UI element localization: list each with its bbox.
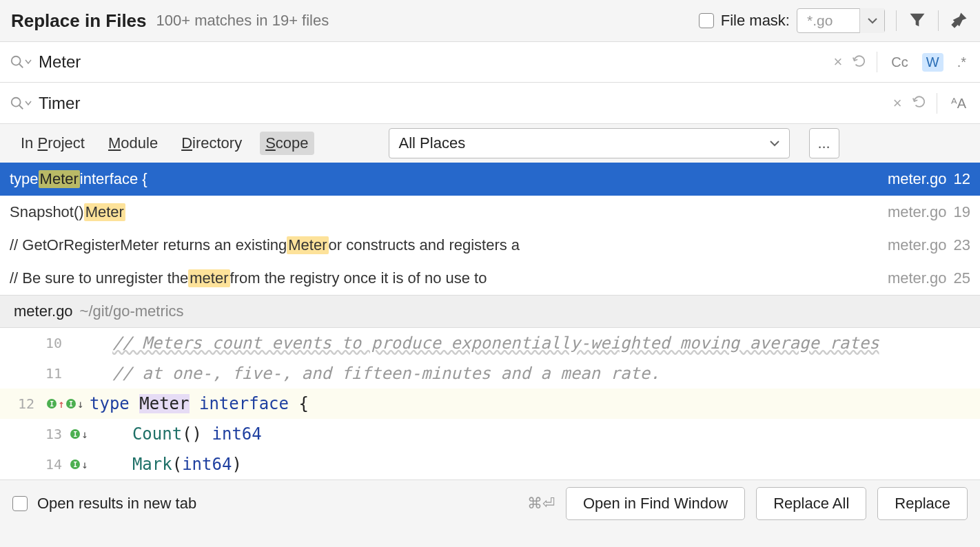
shortcut-hint: ⌘⏎ [527,495,555,513]
divider [938,10,939,31]
code-line: 13 I↓ Count() int64 [0,419,980,449]
code-line: 12 I↑ I↓ type Meter interface { [0,389,980,419]
replace-row: × ᴬA [0,83,980,124]
search-icon[interactable] [10,96,32,111]
file-mask-checkbox[interactable] [699,13,714,28]
svg-point-2 [12,97,21,106]
arrow-down-icon: ↓ [81,428,88,441]
filter-icon[interactable] [908,10,927,32]
code-line: 10 // Meters count events to produce exp… [0,328,980,358]
replace-input[interactable] [39,94,886,113]
clear-replace-icon[interactable]: × [893,94,902,112]
svg-point-0 [12,56,21,65]
arrow-down-icon: ↓ [77,398,84,411]
scope-tab-module[interactable]: Module [103,132,163,155]
match-highlight: Meter [287,236,328,254]
clear-search-icon[interactable]: × [833,53,842,71]
dialog-footer: Open results in new tab ⌘⏎ Open in Find … [0,479,980,526]
search-icon[interactable] [10,54,32,70]
file-mask-label: File mask: [721,12,790,30]
implemented-icon[interactable]: I [66,399,76,409]
scope-more-button[interactable]: ... [809,128,839,158]
code-preview[interactable]: 10 // Meters count events to produce exp… [0,328,980,479]
code-line: 14 I↓ Mark(int64) [0,449,980,479]
scope-tab-project[interactable]: In Project [15,132,90,155]
code-line: 11 // at one-, five-, and fifteen-minute… [0,358,980,389]
pin-icon[interactable] [950,10,969,32]
match-case-toggle[interactable]: Cc [887,53,912,72]
replace-all-button[interactable]: Replace All [756,487,866,520]
arrow-down-icon: ↓ [81,458,88,471]
svg-line-3 [19,105,23,109]
divider [877,52,877,72]
svg-line-1 [19,64,23,68]
open-new-tab-checkbox[interactable] [12,496,28,511]
preview-header: meter.go ~/git/go-metrics [0,295,980,328]
search-row: × Cc W .* [0,41,980,83]
result-row[interactable]: type Meter interface { meter.go12 [0,163,980,196]
scope-tab-scope[interactable]: Scope [260,132,314,155]
match-highlight: Meter [39,170,80,188]
match-highlight: meter [188,269,229,287]
preview-path: ~/git/go-metrics [80,302,184,320]
match-summary: 100+ matches in 19+ files [156,12,329,30]
implemented-icon[interactable]: I [70,460,80,469]
line-number: 13 [0,426,69,442]
results-list: type Meter interface { meter.go12 Snapsh… [0,163,980,295]
line-number: 14 [0,456,69,473]
result-row[interactable]: // Be sure to unregister the meter from … [0,262,980,295]
replace-button[interactable]: Replace [877,487,968,520]
match-highlight: Meter [84,203,125,221]
history-icon[interactable] [912,94,927,112]
divider [937,93,937,114]
whole-words-toggle[interactable]: W [922,53,943,72]
divider [896,10,897,31]
preserve-case-toggle[interactable]: ᴬA [947,94,970,113]
result-row[interactable]: // GetOrRegisterMeter returns an existin… [0,229,980,262]
line-number: 10 [0,335,69,351]
dialog-title: Replace in Files [11,10,147,32]
open-find-window-button[interactable]: Open in Find Window [566,487,745,520]
scope-select[interactable]: All Places [389,128,790,158]
implements-icon[interactable]: I [47,399,57,409]
arrow-up-icon: ↑ [58,398,65,411]
dialog-header: Replace in Files 100+ matches in 19+ fil… [0,0,980,41]
scope-row: In Project Module Directory Scope All Pl… [0,124,980,163]
line-number: 11 [0,365,69,382]
chevron-down-icon [770,140,779,147]
chevron-down-icon [859,8,884,33]
file-mask-value: *.go [797,12,859,29]
search-input[interactable] [39,52,826,72]
result-row[interactable]: Snapshot() Meter meter.go19 [0,196,980,229]
history-icon[interactable] [852,54,867,71]
file-mask-select[interactable]: *.go [797,8,885,33]
open-new-tab-label: Open results in new tab [37,495,196,513]
regex-toggle[interactable]: .* [953,53,970,72]
scope-tab-directory[interactable]: Directory [176,132,247,155]
implemented-icon[interactable]: I [70,429,80,439]
preview-filename: meter.go [14,302,73,320]
scope-select-value: All Places [399,134,466,152]
line-number: 12 [0,395,41,412]
